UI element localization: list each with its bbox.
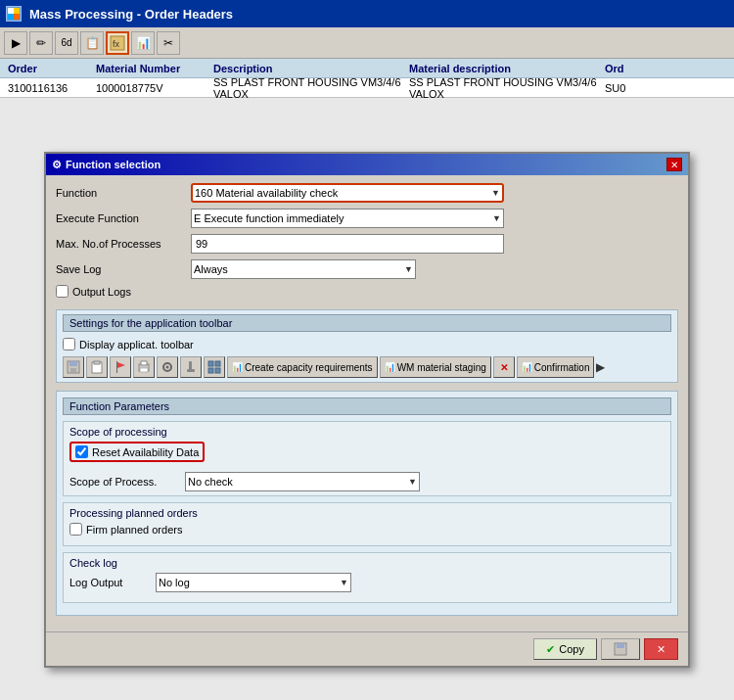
dialog-body: Function 160 Material availability check… [46,175,688,631]
col-material-desc: Material description [405,63,601,74]
log-output-select[interactable]: No log ▼ [156,573,351,592]
svg-rect-7 [69,361,77,366]
svg-marker-12 [117,362,125,368]
copy-label: Copy [559,643,584,655]
reset-availability-label: Reset Availability Data [92,446,199,458]
close-icon: ✕ [657,643,665,656]
function-row: Function 160 Material availability check… [56,183,678,203]
max-processes-input[interactable]: 99 [191,234,504,254]
save-log-value: Always [194,263,228,275]
app-toolbar-section-header: Settings for the application toolbar [63,314,671,332]
function-label: Function [56,187,183,199]
scope-of-process-select[interactable]: No check ▼ [185,472,420,491]
save-log-dropdown-arrow[interactable]: ▼ [404,264,413,274]
svg-rect-11 [116,361,117,373]
svg-rect-19 [187,369,195,372]
app-btn-gear[interactable] [157,356,178,378]
planned-orders-header: Processing planned orders [69,507,665,519]
function-button[interactable]: fx [106,31,129,55]
app-btn-x[interactable]: ✕ [493,356,515,378]
log-output-value: No log [159,577,190,588]
cut-button[interactable]: ✂ [157,31,180,55]
planned-orders-section: Processing planned orders Firm planned o… [63,502,671,546]
log-dropdown-arrow[interactable]: ▼ [340,578,348,587]
scope-dropdown-arrow[interactable]: ▼ [408,477,417,487]
function-parameters-header: Function Parameters [63,397,671,415]
title-bar-icon [6,6,22,22]
find-button[interactable]: 6d [55,31,78,55]
app-btn-confirmation[interactable]: 📊 Confirmation [517,356,595,378]
display-toolbar-checkbox[interactable] [63,338,75,350]
scope-header: Scope of processing [69,426,665,438]
cell-order: 3100116136 [4,82,92,94]
reset-availability-row: Reset Availability Data [69,442,205,462]
page-title: Mass Processing - Order Headers [29,7,233,22]
dialog-footer: ✔ Copy ✕ [46,631,688,666]
execute-function-select[interactable]: E Execute function immediately ▼ [191,209,504,228]
main-content: Order Material Number Description Materi… [0,59,734,700]
save-log-select[interactable]: Always ▼ [191,259,416,279]
output-logs-checkbox[interactable] [56,285,69,298]
save-icon-button[interactable] [601,638,640,660]
function-parameters-section: Function Parameters Scope of processing … [56,391,678,616]
svg-rect-14 [141,361,147,365]
cell-material-desc: SS PLAST FRONT HOUSING VM3/4/6 VALOX [405,76,601,100]
col-ord: Ord [601,63,640,74]
svg-rect-20 [208,361,213,366]
scope-of-processing-section: Scope of processing Reset Availability D… [63,421,671,496]
app-btn-wm-staging[interactable]: 📊 WM material staging [380,356,491,378]
edit-button[interactable]: ✏ [29,31,53,55]
app-btn-wrench[interactable] [180,356,202,378]
confirmation-label: Confirmation [534,362,590,373]
svg-rect-0 [8,8,14,14]
play-button[interactable]: ▶ [4,31,27,55]
app-btn-clipboard[interactable] [86,356,108,378]
display-toolbar-label: Display applicat. toolbar [79,339,194,350]
svg-text:fx: fx [113,39,120,49]
svg-rect-23 [215,368,220,373]
app-btn-grid[interactable] [204,356,225,378]
function-dropdown-arrow[interactable]: ▼ [491,188,500,198]
output-logs-row: Output Logs [56,285,678,298]
save-log-row: Save Log Always ▼ [56,259,678,279]
execute-function-row: Execute Function E Execute function imme… [56,209,678,228]
dialog-titlebar: ⚙ Function selection ✕ [46,154,688,175]
svg-rect-15 [140,368,148,372]
firm-planned-orders-label: Firm planned orders [86,524,182,536]
dialog-title-area: ⚙ Function selection [52,159,161,171]
close-red-button[interactable]: ✕ [644,638,678,660]
check-log-header: Check log [69,557,665,569]
execute-function-label: Execute Function [56,212,183,224]
copy-button[interactable]: ✔ Copy [533,638,597,660]
max-processes-label: Max. No.of Processes [56,238,183,250]
app-btn-print[interactable] [133,356,155,378]
svg-rect-3 [14,14,20,20]
function-selection-dialog: ⚙ Function selection ✕ Function 160 Mate… [44,152,690,668]
copy-button[interactable]: 📋 [80,31,104,55]
app-btn-flag[interactable] [110,356,131,378]
title-bar: Mass Processing - Order Headers [0,0,734,27]
dialog-title-text: Function selection [66,159,161,170]
col-description: Description [209,63,405,74]
svg-rect-1 [14,8,20,14]
reset-check-container: Reset Availability Data [69,442,205,468]
scope-of-process-label: Scope of Process. [69,476,177,488]
app-btn-save[interactable] [63,356,84,378]
app-toolbar-section: Settings for the application toolbar Dis… [56,309,678,383]
dialog-close-button[interactable]: ✕ [666,158,682,171]
execute-function-value: E Execute function immediately [194,212,344,224]
svg-rect-8 [70,368,76,372]
chart-button[interactable]: 📊 [131,31,155,55]
reset-availability-checkbox[interactable] [75,445,88,458]
function-select[interactable]: 160 Material availability check ▼ [191,183,504,203]
svg-rect-25 [617,643,624,648]
firm-planned-orders-checkbox[interactable] [69,523,82,536]
log-output-label: Log Output [69,577,148,588]
max-processes-row: Max. No.of Processes 99 [56,234,678,254]
svg-rect-22 [208,368,213,373]
execute-dropdown-arrow[interactable]: ▼ [492,213,501,223]
svg-point-17 [166,366,169,369]
scope-of-process-row: Scope of Process. No check ▼ [69,472,665,491]
app-btn-create-capacity[interactable]: 📊 Create capacity requirements [227,356,378,378]
svg-rect-21 [215,361,220,366]
